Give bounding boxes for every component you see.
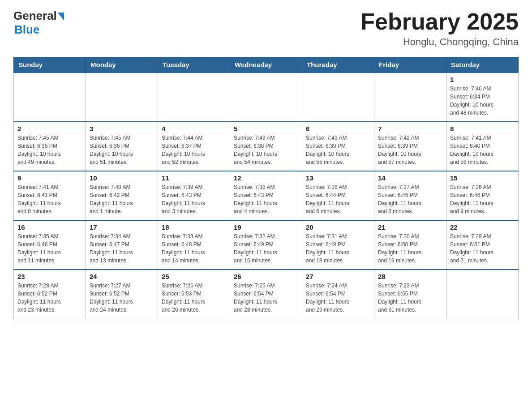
day-number: 20 (306, 223, 370, 231)
day-info: Sunrise: 7:38 AM Sunset: 6:44 PM Dayligh… (306, 183, 370, 215)
day-number: 12 (234, 174, 298, 182)
day-number: 22 (450, 223, 515, 231)
day-number: 11 (162, 174, 226, 182)
day-info: Sunrise: 7:40 AM Sunset: 6:42 PM Dayligh… (90, 183, 154, 215)
day-info: Sunrise: 7:42 AM Sunset: 6:39 PM Dayligh… (378, 134, 442, 166)
day-number: 16 (17, 223, 82, 231)
calendar-cell (86, 73, 158, 122)
calendar-cell: 18Sunrise: 7:33 AM Sunset: 6:48 PM Dayli… (158, 220, 230, 270)
week-row-1: 1Sunrise: 7:46 AM Sunset: 6:34 PM Daylig… (14, 73, 519, 122)
calendar-cell: 4Sunrise: 7:44 AM Sunset: 6:37 PM Daylig… (158, 122, 230, 171)
location: Honglu, Chongqing, China (360, 36, 519, 48)
day-number: 10 (90, 174, 154, 182)
header-monday: Monday (86, 57, 158, 73)
calendar-cell: 21Sunrise: 7:30 AM Sunset: 6:50 PM Dayli… (374, 220, 446, 270)
calendar-cell: 19Sunrise: 7:32 AM Sunset: 6:49 PM Dayli… (230, 220, 302, 270)
day-info: Sunrise: 7:26 AM Sunset: 6:53 PM Dayligh… (162, 282, 226, 314)
calendar-cell: 24Sunrise: 7:27 AM Sunset: 6:52 PM Dayli… (86, 270, 158, 319)
calendar-cell: 2Sunrise: 7:45 AM Sunset: 6:35 PM Daylig… (14, 122, 86, 171)
day-info: Sunrise: 7:30 AM Sunset: 6:50 PM Dayligh… (378, 232, 442, 265)
day-number: 15 (450, 174, 515, 182)
day-number: 4 (162, 125, 226, 133)
day-info: Sunrise: 7:28 AM Sunset: 6:52 PM Dayligh… (17, 282, 82, 314)
day-info: Sunrise: 7:24 AM Sunset: 6:54 PM Dayligh… (306, 282, 370, 314)
day-number: 2 (17, 125, 82, 133)
day-info: Sunrise: 7:41 AM Sunset: 6:40 PM Dayligh… (450, 134, 515, 166)
day-number: 24 (90, 273, 154, 280)
calendar-cell (14, 73, 86, 122)
week-row-4: 16Sunrise: 7:35 AM Sunset: 6:46 PM Dayli… (14, 220, 519, 270)
day-number: 17 (90, 223, 154, 231)
day-number: 21 (378, 223, 442, 231)
day-info: Sunrise: 7:43 AM Sunset: 6:38 PM Dayligh… (234, 134, 298, 166)
calendar-cell: 8Sunrise: 7:41 AM Sunset: 6:40 PM Daylig… (446, 122, 519, 171)
logo-arrow-icon (58, 13, 64, 21)
calendar-cell: 7Sunrise: 7:42 AM Sunset: 6:39 PM Daylig… (374, 122, 446, 171)
calendar-cell: 23Sunrise: 7:28 AM Sunset: 6:52 PM Dayli… (14, 270, 86, 319)
day-info: Sunrise: 7:33 AM Sunset: 6:48 PM Dayligh… (162, 232, 226, 265)
day-number: 6 (306, 125, 370, 133)
calendar-cell (446, 270, 519, 319)
day-number: 13 (306, 174, 370, 182)
day-info: Sunrise: 7:45 AM Sunset: 6:36 PM Dayligh… (90, 134, 154, 166)
page-header: General Blue February 2025 Honglu, Chong… (13, 9, 519, 48)
calendar-cell (302, 73, 374, 122)
calendar-cell: 28Sunrise: 7:23 AM Sunset: 6:55 PM Dayli… (374, 270, 446, 319)
title-area: February 2025 Honglu, Chongqing, China (360, 9, 519, 48)
day-number: 8 (450, 125, 515, 133)
day-info: Sunrise: 7:25 AM Sunset: 6:54 PM Dayligh… (234, 282, 298, 314)
month-title: February 2025 (360, 9, 519, 34)
day-info: Sunrise: 7:46 AM Sunset: 6:34 PM Dayligh… (450, 85, 515, 117)
week-row-5: 23Sunrise: 7:28 AM Sunset: 6:52 PM Dayli… (14, 270, 519, 319)
calendar-cell: 10Sunrise: 7:40 AM Sunset: 6:42 PM Dayli… (86, 171, 158, 220)
calendar-cell: 25Sunrise: 7:26 AM Sunset: 6:53 PM Dayli… (158, 270, 230, 319)
day-info: Sunrise: 7:35 AM Sunset: 6:46 PM Dayligh… (17, 232, 82, 265)
calendar-cell: 27Sunrise: 7:24 AM Sunset: 6:54 PM Dayli… (302, 270, 374, 319)
day-number: 3 (90, 125, 154, 133)
calendar-cell (230, 73, 302, 122)
day-number: 14 (378, 174, 442, 182)
calendar-cell: 9Sunrise: 7:41 AM Sunset: 6:41 PM Daylig… (14, 171, 86, 220)
logo-general-text: General (13, 9, 57, 23)
calendar-cell: 11Sunrise: 7:39 AM Sunset: 6:43 PM Dayli… (158, 171, 230, 220)
header-friday: Friday (374, 57, 446, 73)
header-saturday: Saturday (446, 57, 519, 73)
calendar-cell (374, 73, 446, 122)
day-info: Sunrise: 7:36 AM Sunset: 6:46 PM Dayligh… (450, 183, 515, 215)
calendar-cell: 1Sunrise: 7:46 AM Sunset: 6:34 PM Daylig… (446, 73, 519, 122)
logo-blue-text: Blue (14, 23, 39, 37)
day-info: Sunrise: 7:32 AM Sunset: 6:49 PM Dayligh… (234, 232, 298, 265)
header-tuesday: Tuesday (158, 57, 230, 73)
day-number: 23 (17, 273, 82, 280)
calendar-cell: 15Sunrise: 7:36 AM Sunset: 6:46 PM Dayli… (446, 171, 519, 220)
header-thursday: Thursday (302, 57, 374, 73)
day-info: Sunrise: 7:43 AM Sunset: 6:39 PM Dayligh… (306, 134, 370, 166)
week-row-3: 9Sunrise: 7:41 AM Sunset: 6:41 PM Daylig… (14, 171, 519, 220)
calendar-table: SundayMondayTuesdayWednesdayThursdayFrid… (13, 57, 519, 319)
day-number: 1 (450, 76, 515, 83)
day-info: Sunrise: 7:34 AM Sunset: 6:47 PM Dayligh… (90, 232, 154, 265)
calendar-header-row: SundayMondayTuesdayWednesdayThursdayFrid… (14, 57, 519, 73)
day-info: Sunrise: 7:39 AM Sunset: 6:43 PM Dayligh… (162, 183, 226, 215)
calendar-cell: 20Sunrise: 7:31 AM Sunset: 6:49 PM Dayli… (302, 220, 374, 270)
calendar-cell: 22Sunrise: 7:29 AM Sunset: 6:51 PM Dayli… (446, 220, 519, 270)
calendar-cell: 6Sunrise: 7:43 AM Sunset: 6:39 PM Daylig… (302, 122, 374, 171)
day-number: 18 (162, 223, 226, 231)
day-info: Sunrise: 7:23 AM Sunset: 6:55 PM Dayligh… (378, 282, 442, 314)
day-info: Sunrise: 7:37 AM Sunset: 6:45 PM Dayligh… (378, 183, 442, 215)
day-info: Sunrise: 7:38 AM Sunset: 6:43 PM Dayligh… (234, 183, 298, 215)
day-number: 28 (378, 273, 442, 280)
day-number: 19 (234, 223, 298, 231)
day-number: 26 (234, 273, 298, 280)
day-info: Sunrise: 7:41 AM Sunset: 6:41 PM Dayligh… (17, 183, 82, 215)
calendar-cell: 14Sunrise: 7:37 AM Sunset: 6:45 PM Dayli… (374, 171, 446, 220)
day-info: Sunrise: 7:44 AM Sunset: 6:37 PM Dayligh… (162, 134, 226, 166)
day-number: 5 (234, 125, 298, 133)
day-number: 27 (306, 273, 370, 280)
day-number: 9 (17, 174, 82, 182)
day-info: Sunrise: 7:29 AM Sunset: 6:51 PM Dayligh… (450, 232, 515, 265)
day-info: Sunrise: 7:31 AM Sunset: 6:49 PM Dayligh… (306, 232, 370, 265)
calendar-cell: 3Sunrise: 7:45 AM Sunset: 6:36 PM Daylig… (86, 122, 158, 171)
week-row-2: 2Sunrise: 7:45 AM Sunset: 6:35 PM Daylig… (14, 122, 519, 171)
calendar-cell: 16Sunrise: 7:35 AM Sunset: 6:46 PM Dayli… (14, 220, 86, 270)
